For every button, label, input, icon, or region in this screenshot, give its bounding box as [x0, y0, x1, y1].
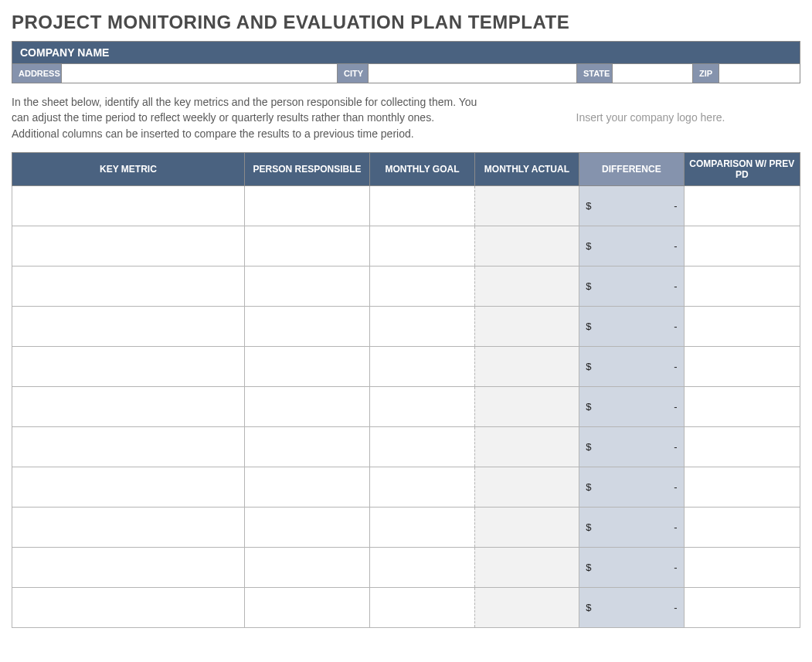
- cell-monthly-goal[interactable]: [370, 185, 474, 226]
- cell-person-responsible[interactable]: [244, 467, 369, 507]
- cell-monthly-goal[interactable]: [370, 386, 474, 426]
- currency-symbol: $: [586, 521, 591, 533]
- cell-person-responsible[interactable]: [244, 507, 369, 547]
- metrics-table: KEY METRIC PERSON RESPONSIBLE MONTHLY GO…: [12, 152, 800, 628]
- currency-symbol: $: [586, 602, 591, 613]
- header-difference: DIFFERENCE: [579, 152, 684, 185]
- currency-symbol: $: [586, 361, 591, 372]
- cell-monthly-actual[interactable]: [474, 547, 579, 587]
- cell-monthly-goal[interactable]: [370, 346, 474, 386]
- currency-symbol: $: [586, 401, 591, 412]
- cell-key-metric[interactable]: [12, 507, 245, 547]
- cell-key-metric[interactable]: [12, 346, 245, 386]
- cell-person-responsible[interactable]: [244, 306, 369, 346]
- instructions-text: In the sheet below, identify all the key…: [12, 94, 501, 141]
- currency-symbol: $: [586, 562, 591, 573]
- table-row: $-: [12, 587, 800, 627]
- currency-symbol: $: [586, 280, 591, 292]
- cell-monthly-actual[interactable]: [474, 467, 579, 507]
- cell-person-responsible[interactable]: [244, 587, 369, 627]
- cell-comparison[interactable]: [684, 587, 800, 627]
- cell-monthly-goal[interactable]: [370, 266, 474, 306]
- cell-comparison[interactable]: [684, 386, 800, 426]
- cell-monthly-goal[interactable]: [370, 507, 474, 547]
- state-field[interactable]: [613, 64, 693, 83]
- currency-symbol: $: [586, 200, 591, 212]
- cell-comparison[interactable]: [684, 507, 800, 547]
- cell-person-responsible[interactable]: [244, 547, 369, 587]
- cell-person-responsible[interactable]: [244, 426, 369, 467]
- cell-comparison[interactable]: [684, 185, 800, 226]
- cell-key-metric[interactable]: [12, 386, 245, 426]
- table-row: $-: [12, 386, 800, 426]
- table-row: $-: [12, 507, 800, 547]
- difference-value: -: [674, 602, 677, 613]
- cell-monthly-actual[interactable]: [474, 226, 579, 266]
- table-row: $-: [12, 547, 800, 587]
- cell-monthly-actual[interactable]: [474, 306, 579, 346]
- currency-symbol: $: [586, 321, 591, 332]
- address-field[interactable]: [62, 64, 338, 83]
- difference-value: -: [674, 441, 677, 453]
- cell-monthly-actual[interactable]: [474, 185, 579, 226]
- cell-person-responsible[interactable]: [244, 346, 369, 386]
- cell-monthly-actual[interactable]: [474, 507, 579, 547]
- currency-symbol: $: [586, 481, 591, 493]
- cell-key-metric[interactable]: [12, 185, 245, 226]
- logo-placeholder[interactable]: Insert your company logo here.: [501, 94, 800, 141]
- cell-monthly-actual[interactable]: [474, 346, 579, 386]
- difference-value: -: [674, 481, 677, 493]
- cell-person-responsible[interactable]: [244, 226, 369, 266]
- table-row: $-: [12, 185, 800, 226]
- cell-person-responsible[interactable]: [244, 266, 369, 306]
- difference-value: -: [674, 562, 677, 573]
- cell-person-responsible[interactable]: [244, 185, 369, 226]
- header-person-responsible: PERSON RESPONSIBLE: [244, 152, 369, 185]
- cell-comparison[interactable]: [684, 346, 800, 386]
- cell-monthly-goal[interactable]: [370, 306, 474, 346]
- cell-difference: $-: [579, 547, 684, 587]
- cell-comparison[interactable]: [684, 226, 800, 266]
- cell-comparison[interactable]: [684, 467, 800, 507]
- cell-key-metric[interactable]: [12, 226, 245, 266]
- cell-comparison[interactable]: [684, 547, 800, 587]
- cell-comparison[interactable]: [684, 426, 800, 467]
- table-row: $-: [12, 306, 800, 346]
- cell-key-metric[interactable]: [12, 266, 245, 306]
- cell-monthly-actual[interactable]: [474, 266, 579, 306]
- cell-difference: $-: [579, 306, 684, 346]
- city-field[interactable]: [369, 64, 577, 83]
- cell-key-metric[interactable]: [12, 467, 245, 507]
- cell-difference: $-: [579, 386, 684, 426]
- cell-comparison[interactable]: [684, 266, 800, 306]
- cell-person-responsible[interactable]: [244, 386, 369, 426]
- difference-value: -: [674, 521, 677, 533]
- city-label: CITY: [338, 64, 369, 83]
- table-row: $-: [12, 226, 800, 266]
- cell-key-metric[interactable]: [12, 426, 245, 467]
- cell-difference: $-: [579, 467, 684, 507]
- cell-monthly-actual[interactable]: [474, 587, 579, 627]
- cell-key-metric[interactable]: [12, 547, 245, 587]
- cell-monthly-goal[interactable]: [370, 426, 474, 467]
- cell-difference: $-: [579, 185, 684, 226]
- cell-monthly-goal[interactable]: [370, 226, 474, 266]
- cell-monthly-goal[interactable]: [370, 587, 474, 627]
- header-monthly-goal: MONTHLY GOAL: [370, 152, 474, 185]
- cell-difference: $-: [579, 346, 684, 386]
- cell-monthly-goal[interactable]: [370, 547, 474, 587]
- cell-comparison[interactable]: [684, 306, 800, 346]
- cell-key-metric[interactable]: [12, 306, 245, 346]
- table-row: $-: [12, 467, 800, 507]
- company-name-bar[interactable]: COMPANY NAME: [12, 41, 800, 64]
- zip-field[interactable]: [719, 64, 800, 83]
- cell-monthly-goal[interactable]: [370, 467, 474, 507]
- cell-key-metric[interactable]: [12, 587, 245, 627]
- cell-difference: $-: [579, 226, 684, 266]
- header-key-metric: KEY METRIC: [12, 152, 245, 185]
- difference-value: -: [674, 321, 677, 332]
- cell-monthly-actual[interactable]: [474, 426, 579, 467]
- difference-value: -: [674, 280, 677, 292]
- cell-monthly-actual[interactable]: [474, 386, 579, 426]
- page-title: PROJECT MONITORING AND EVALUATION PLAN T…: [12, 12, 800, 33]
